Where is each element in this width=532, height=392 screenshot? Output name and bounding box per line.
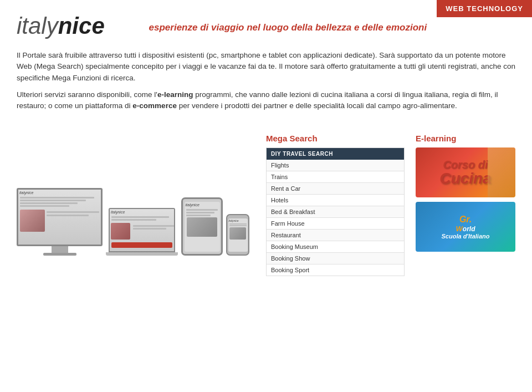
devices-showcase: italynice xyxy=(17,134,249,256)
world-label: World xyxy=(442,225,490,233)
search-table: DIY TRAVEL SEARCH Flights Trains Rent a … xyxy=(266,147,405,276)
desktop-screen: italynice xyxy=(17,188,103,246)
logo-italic: italy xyxy=(17,13,58,39)
card-2-content: Gr. World Scuola d'Italiano xyxy=(442,214,490,240)
cucina-label: Cucina xyxy=(439,171,491,186)
list-item[interactable]: Flights xyxy=(267,160,404,171)
elearning-title: E-learning xyxy=(416,134,515,143)
right-panel: Mega Search DIY TRAVEL SEARCH Flights Tr… xyxy=(266,134,515,276)
bottom-section: italynice xyxy=(0,123,532,282)
list-item[interactable]: Rent a Car xyxy=(267,183,404,195)
scuola-label: Scuola d'Italiano xyxy=(442,233,490,240)
list-item[interactable]: Booking Sport xyxy=(267,264,404,276)
page-header: italynice esperienze di viaggio nel luog… xyxy=(0,0,532,38)
device-desktop: italynice xyxy=(17,188,103,256)
mega-search-column: Mega Search DIY TRAVEL SEARCH Flights Tr… xyxy=(266,134,405,276)
laptop-screen: italynice xyxy=(109,208,175,252)
site-logo: italynice xyxy=(17,14,105,38)
list-item[interactable]: Restaurant xyxy=(267,230,404,241)
tablet-screen: italynice xyxy=(185,202,220,252)
logo-bold: nice xyxy=(58,13,105,39)
desktop-logo: italynice xyxy=(18,190,101,196)
body-content: Il Portale sarà fruibile attraverso tutt… xyxy=(0,38,532,123)
phone-screen: italynice xyxy=(228,218,248,252)
device-laptop: italynice xyxy=(106,208,178,256)
elearning-highlight: e-learning xyxy=(157,90,193,99)
elearning-column: E-learning Corso di Cucina Gr. World xyxy=(416,134,515,256)
paragraph-2: Ulteriori servizi saranno disponibili, c… xyxy=(17,89,515,112)
corso-label: Corso di xyxy=(439,159,491,171)
list-item[interactable]: Hotels xyxy=(267,195,404,206)
list-item[interactable]: Booking Show xyxy=(267,253,404,264)
list-item[interactable]: Trains xyxy=(267,171,404,183)
device-phone: italynice xyxy=(226,214,249,256)
laptop-base xyxy=(106,252,178,256)
mega-search-title: Mega Search xyxy=(266,134,405,143)
card-1-content: Corso di Cucina xyxy=(439,159,491,186)
desktop-screen-content: italynice xyxy=(18,190,101,245)
web-tech-badge: WEB TECHNOLOGY xyxy=(437,0,532,17)
desktop-foot xyxy=(43,253,76,256)
laptop-logo: italynice xyxy=(110,209,174,215)
desktop-neck xyxy=(52,246,68,253)
list-item[interactable]: Bed & Breakfast xyxy=(267,206,404,218)
elearning-card-1: Corso di Cucina xyxy=(416,147,515,197)
list-item[interactable]: Booking Museum xyxy=(267,241,404,253)
list-item[interactable]: Farm House xyxy=(267,218,404,230)
search-table-header: DIY TRAVEL SEARCH xyxy=(267,148,404,160)
elearning-card-2: Gr. World Scuola d'Italiano xyxy=(416,202,515,252)
paragraph-1: Il Portale sarà fruibile attraverso tutt… xyxy=(17,50,515,84)
laptop-screen-content: italynice xyxy=(110,209,174,251)
tablet-logo: italynice xyxy=(185,202,220,208)
device-images: italynice xyxy=(17,145,249,256)
device-tablet: italynice xyxy=(181,197,223,256)
ecommerce-highlight: e-commerce xyxy=(132,101,177,110)
